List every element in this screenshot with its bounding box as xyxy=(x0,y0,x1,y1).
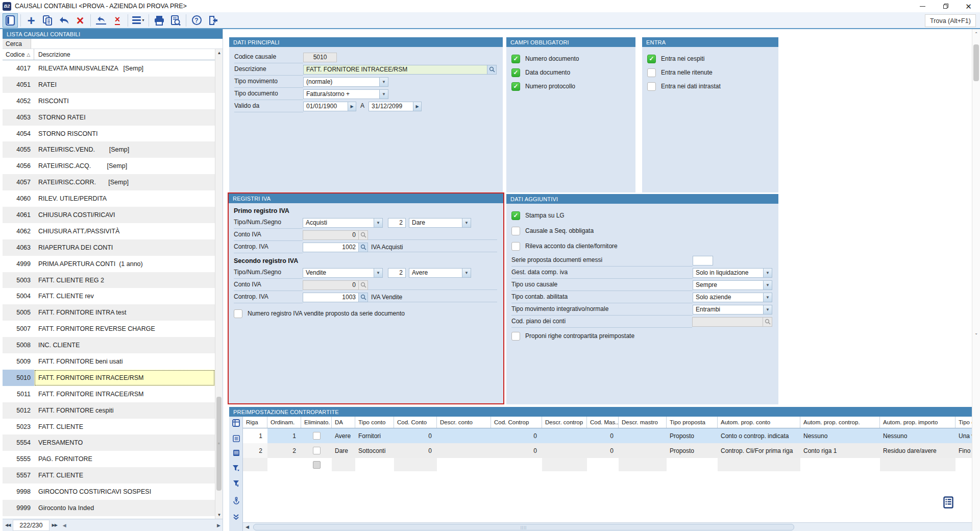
filter-checkbox[interactable] xyxy=(313,461,321,469)
secondo-controp-field[interactable]: 1003 xyxy=(303,293,359,302)
menu-button[interactable]: ▾ xyxy=(131,13,146,28)
secondo-tipo-select[interactable]: Vendite xyxy=(303,268,374,278)
col-autom-prop-conto[interactable]: Autom. prop. conto xyxy=(718,417,800,428)
secondo-tipo-dropdown-icon[interactable]: ▼ xyxy=(374,268,383,278)
serie-proposta-field[interactable] xyxy=(693,256,713,266)
tipo-documento-select[interactable]: Fattura/storno + xyxy=(303,89,380,99)
list-vertical-scrollbar[interactable]: ▲ ≡ ▼ xyxy=(215,49,223,519)
add-button[interactable]: + xyxy=(23,13,39,28)
table-row[interactable]: 2 2 Dare Sottoconti 0 0 0 Proposto Contr… xyxy=(243,443,980,458)
numero-protocollo-checkbox[interactable] xyxy=(511,82,520,91)
list-item[interactable]: 4051 RATEI xyxy=(3,77,215,93)
entra-cespiti-checkbox[interactable] xyxy=(647,55,656,63)
secondo-segno-dropdown-icon[interactable]: ▼ xyxy=(462,268,471,278)
window-scrollbar-thumb[interactable] xyxy=(973,44,979,81)
table-scrollbar-thumb[interactable]: |||| xyxy=(253,524,794,530)
col-cod-mastro[interactable]: Cod. Mas... xyxy=(587,417,619,428)
secondo-segno-select[interactable]: Avere xyxy=(409,268,462,278)
list-item[interactable]: 5557 FATT. CLIENTE xyxy=(3,467,215,484)
primo-segno-dropdown-icon[interactable]: ▼ xyxy=(462,218,471,228)
data-documento-checkbox[interactable] xyxy=(511,68,520,77)
exit-button[interactable] xyxy=(205,13,220,28)
list-item[interactable]: 4056 RATEI/RISC.ACQ. [Semp] xyxy=(3,158,215,174)
list-item[interactable]: 4057 RATEI/RISC.CORR. [Semp] xyxy=(3,174,215,190)
primo-controp-field[interactable]: 1002 xyxy=(303,243,359,252)
col-descr-controp[interactable]: Descr. controp xyxy=(542,417,587,428)
list-item[interactable]: 5004 FATT. CLIENTE rev xyxy=(3,288,215,304)
table-scroll-left-icon[interactable]: ◀ xyxy=(243,524,252,529)
list-item[interactable]: 4055 RATEI/RISC.VEND. [Semp] xyxy=(3,141,215,158)
window-vertical-scrollbar[interactable]: ⌃ ⌄ xyxy=(972,29,980,531)
entra-ritenute-checkbox[interactable] xyxy=(647,68,656,77)
col-autom-prop-controp[interactable]: Autom. prop. controp. xyxy=(800,417,880,428)
first-page-button[interactable]: ◀◀ xyxy=(3,523,13,527)
delete-row-button[interactable]: × xyxy=(110,13,125,28)
tipo-movimento-select[interactable]: (normale) xyxy=(303,77,380,87)
scroll-right-icon[interactable]: ▶ xyxy=(217,523,223,528)
list-item[interactable]: 9999 Giroconto Iva Inded xyxy=(3,500,215,516)
list-item[interactable]: 5012 FATT. FORNITORE cespiti xyxy=(3,402,215,419)
list-item[interactable]: 5007 FATT. FORNITORE REVERSE CHARGE xyxy=(3,321,215,337)
tipo-movimento-int-select[interactable]: Entrambi xyxy=(693,305,764,315)
row-detail-icon[interactable] xyxy=(232,434,240,443)
primo-num-field[interactable]: 2 xyxy=(388,218,406,228)
table-horizontal-scrollbar[interactable]: ◀ |||| ▶ xyxy=(243,522,980,531)
col-descr-mastro[interactable]: Descr. mastro xyxy=(619,417,667,428)
anchor-icon[interactable] xyxy=(232,496,240,505)
grid-views-icon[interactable] xyxy=(943,496,953,509)
print-button[interactable] xyxy=(152,13,167,28)
col-ordinam[interactable]: Ordinam. xyxy=(267,417,301,428)
sidebar-toggle-button[interactable] xyxy=(3,13,18,28)
col-descr-conto[interactable]: Descr. conto xyxy=(437,417,491,428)
descrizione-search-icon[interactable] xyxy=(487,65,497,75)
scrollbar-thumb[interactable]: ≡ xyxy=(216,397,222,491)
window-scroll-up-icon[interactable]: ⌃ xyxy=(972,30,980,38)
secondo-num-field[interactable]: 2 xyxy=(388,268,406,278)
col-cod-conto[interactable]: Cod. Conto xyxy=(394,417,437,428)
list-item[interactable]: 5010 FATT. FORNITORE INTRACEE/RSM xyxy=(3,370,215,386)
list-item[interactable]: 5554 VERSAMENTO xyxy=(3,435,215,451)
undo-button[interactable] xyxy=(56,13,71,28)
col-riga[interactable]: Riga xyxy=(243,417,267,428)
cerca-button[interactable]: Cerca xyxy=(3,39,31,49)
row-detail-dense-icon[interactable] xyxy=(232,448,240,457)
causale-seq-checkbox[interactable] xyxy=(511,227,520,235)
gest-data-comp-dropdown-icon[interactable]: ▼ xyxy=(764,268,772,278)
scroll-up-icon[interactable]: ▲ xyxy=(215,49,223,57)
valido-a-field[interactable]: 31/12/2099 xyxy=(369,102,413,111)
list-item[interactable]: 5011 FATT. FORNITORE INTRACEE/RSM xyxy=(3,386,215,402)
list-item[interactable]: 5555 PAG. FORNITORE xyxy=(3,451,215,467)
tipo-movimento-dropdown-icon[interactable]: ▼ xyxy=(380,77,388,87)
delete-button[interactable]: × xyxy=(72,13,88,28)
print-preview-button[interactable] xyxy=(168,13,183,28)
col-eliminato[interactable]: Eliminato. xyxy=(301,417,332,428)
list-item[interactable]: 5005 FATT. FORNITORE INTRA test xyxy=(3,304,215,321)
tipo-movimento-int-dropdown-icon[interactable]: ▼ xyxy=(764,305,772,315)
last-page-button[interactable]: ▶▶ xyxy=(50,523,60,527)
list-item[interactable]: 5008 INC. CLIENTE xyxy=(3,337,215,353)
scroll-down-icon[interactable]: ▼ xyxy=(215,511,223,519)
eliminato-checkbox[interactable] xyxy=(313,447,321,454)
list-item[interactable]: 5003 FATT. CLIENTE REG 2 xyxy=(3,272,215,288)
tipo-uso-causale-dropdown-icon[interactable]: ▼ xyxy=(764,280,772,290)
eliminato-checkbox[interactable] xyxy=(313,432,321,440)
primo-tipo-dropdown-icon[interactable]: ▼ xyxy=(374,218,383,228)
tipo-documento-dropdown-icon[interactable]: ▼ xyxy=(380,89,388,99)
numero-documento-checkbox[interactable] xyxy=(511,55,520,63)
primo-tipo-select[interactable]: Acquisti xyxy=(303,218,374,228)
minimize-button[interactable] xyxy=(911,0,934,12)
list-item[interactable]: 4053 STORNO RATEI xyxy=(3,109,215,126)
tipo-contab-dropdown-icon[interactable]: ▼ xyxy=(764,293,772,302)
col-tipo-conto[interactable]: Tipo conto xyxy=(355,417,394,428)
filter-icon[interactable] xyxy=(232,479,240,488)
col-autom-prop-importo[interactable]: Autom. prop. importo xyxy=(880,417,955,428)
restore-button[interactable] xyxy=(934,0,957,12)
copy-button[interactable] xyxy=(40,13,55,28)
table-row[interactable]: 1 1 Avere Fornitori 0 0 0 Proposto Conto… xyxy=(243,428,980,443)
filter-row[interactable] xyxy=(243,458,980,471)
table-grid-icon[interactable] xyxy=(232,419,240,427)
primo-segno-select[interactable]: Dare xyxy=(409,218,462,228)
list-item[interactable]: 4061 CHIUSURA COSTI/RICAVI xyxy=(3,207,215,223)
undo-row-button[interactable] xyxy=(93,13,109,28)
primo-controp-search-icon[interactable] xyxy=(359,243,368,252)
